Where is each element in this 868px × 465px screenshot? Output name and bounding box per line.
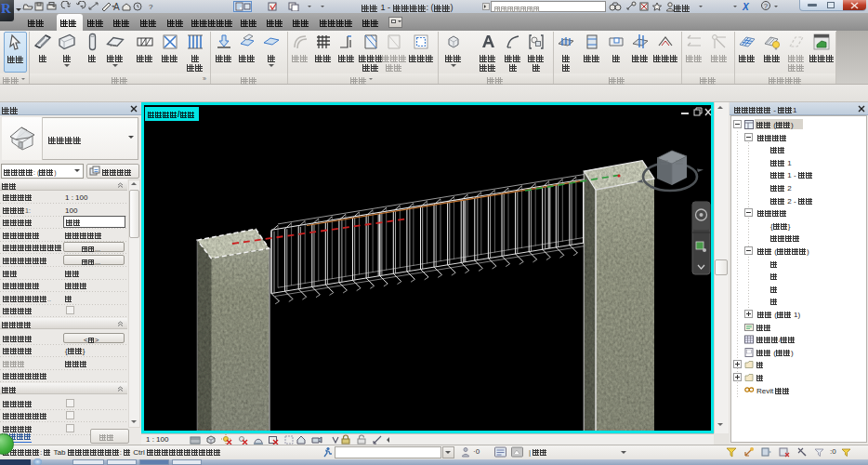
svg-text:?: ? — [149, 3, 153, 11]
